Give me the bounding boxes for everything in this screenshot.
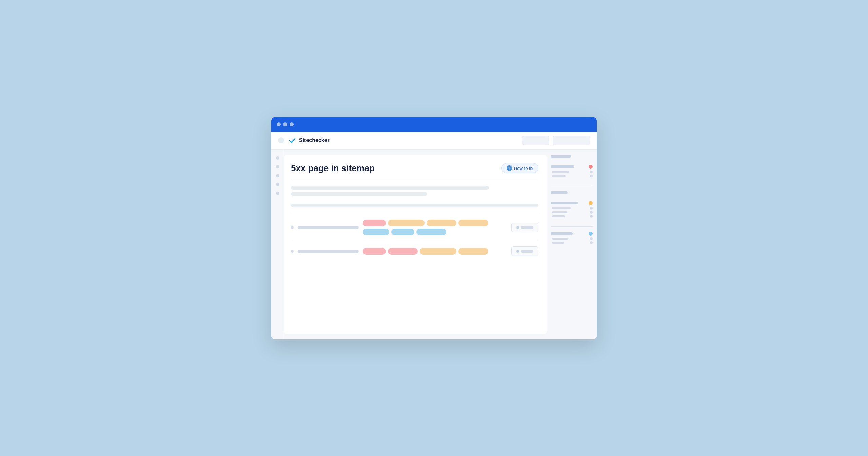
sr-sub-dot-7 <box>590 241 593 244</box>
tag-orange-1 <box>388 220 425 226</box>
logo-text: Sitechecker <box>299 137 330 143</box>
how-to-fix-label: How to fix <box>514 166 533 171</box>
desc-line-2 <box>291 192 427 196</box>
sidebar-dot-2 <box>276 165 279 168</box>
sr-group-1 <box>551 155 593 159</box>
data-table <box>291 214 538 261</box>
sr-sub-line-1 <box>552 171 569 173</box>
row-action-2[interactable] <box>511 246 538 256</box>
sr-sub-row-3 <box>551 207 593 210</box>
sr-group-5 <box>551 232 593 245</box>
sr-row-1 <box>551 155 593 158</box>
sr-sub-line-2 <box>552 175 566 177</box>
sr-divider-2 <box>551 226 593 227</box>
sr-sub-dot-3 <box>590 207 593 210</box>
tag-orange-2 <box>427 220 456 226</box>
toolbar-buttons <box>522 136 590 145</box>
table-row <box>291 214 538 241</box>
sr-sub-line-6 <box>552 238 568 240</box>
tag-pink-3 <box>388 248 418 255</box>
sr-sub-row-6 <box>551 237 593 240</box>
row-indicator <box>291 226 294 229</box>
sr-sub-row-2 <box>551 175 593 177</box>
page-title: 5xx page in sitemap <box>291 163 375 174</box>
sr-row-4 <box>551 201 593 205</box>
main-content: 5xx page in sitemap ? How to fix <box>284 155 547 334</box>
tag-blue-2 <box>391 229 414 235</box>
traffic-light-3 <box>290 122 294 126</box>
browser-body: 5xx page in sitemap ? How to fix <box>271 150 597 339</box>
sitechecker-logo-icon <box>288 136 296 144</box>
row-tags-2 <box>363 248 507 255</box>
sr-sub-line-4 <box>552 211 567 213</box>
sr-sub-row-5 <box>551 215 593 218</box>
table-row <box>291 241 538 261</box>
sidebar-left <box>271 150 284 339</box>
filter-bar <box>291 204 538 207</box>
sr-row-5 <box>551 232 593 236</box>
sr-sub-line-5 <box>552 215 565 217</box>
sr-line-4 <box>551 202 578 204</box>
desc-line-1 <box>291 186 489 190</box>
content-header: 5xx page in sitemap ? How to fix <box>291 163 538 179</box>
sr-line-1 <box>551 155 571 158</box>
action-dot-2 <box>516 250 519 253</box>
traffic-light-1 <box>277 122 281 126</box>
sr-divider-1 <box>551 186 593 186</box>
sr-sub-dot-4 <box>590 211 593 214</box>
sr-sub-line-7 <box>552 242 564 244</box>
description-lines <box>291 186 538 196</box>
browser-titlebar <box>271 117 597 132</box>
traffic-light-2 <box>283 122 287 126</box>
row-url <box>298 226 359 229</box>
sidebar-right <box>547 150 597 339</box>
row-url-2 <box>298 250 359 253</box>
sr-group-3 <box>551 191 593 196</box>
nav-back-circle <box>278 137 284 143</box>
sr-sub-dot-2 <box>590 175 593 177</box>
sr-group-2 <box>551 165 593 179</box>
row-tags <box>363 220 507 235</box>
sr-badge-red <box>589 165 593 169</box>
sr-badge-orange <box>589 201 593 205</box>
sr-sub-row-7 <box>551 241 593 244</box>
row-action[interactable] <box>511 223 538 232</box>
sidebar-dot-3 <box>276 174 279 177</box>
action-line <box>521 226 533 229</box>
sidebar-dot-4 <box>276 183 279 186</box>
sr-sub-dot-5 <box>590 215 593 218</box>
tag-orange-5 <box>458 248 488 255</box>
sr-sub-dot-1 <box>590 171 593 173</box>
sr-line-2 <box>551 165 574 168</box>
tag-pink-2 <box>363 248 386 255</box>
sr-sub-line-3 <box>552 207 571 209</box>
tag-blue-3 <box>416 229 446 235</box>
logo-area: Sitechecker <box>288 136 518 144</box>
sr-row-2 <box>551 165 593 169</box>
traffic-lights <box>277 122 294 126</box>
sr-sub-row-4 <box>551 211 593 214</box>
tag-pink-1 <box>363 220 386 226</box>
sr-line-3 <box>551 191 568 194</box>
sr-sub-row-1 <box>551 171 593 173</box>
row-indicator-2 <box>291 250 294 253</box>
browser-toolbar: Sitechecker <box>271 132 597 150</box>
tag-orange-4 <box>420 248 456 255</box>
sr-line-5 <box>551 232 573 235</box>
browser-window: Sitechecker 5xx page in sitemap ? How to… <box>271 117 597 339</box>
tag-blue-1 <box>363 229 389 235</box>
how-to-fix-icon: ? <box>507 165 512 171</box>
sidebar-dot-1 <box>276 156 279 160</box>
action-line-2 <box>521 250 533 253</box>
sr-sub-dot-6 <box>590 237 593 240</box>
sidebar-dot-5 <box>276 192 279 195</box>
toolbar-btn-1[interactable] <box>522 136 549 145</box>
how-to-fix-button[interactable]: ? How to fix <box>501 163 538 173</box>
sr-row-3 <box>551 191 593 194</box>
action-dot <box>516 226 519 229</box>
toolbar-btn-2[interactable] <box>553 136 590 145</box>
sr-group-4 <box>551 201 593 219</box>
sr-badge-blue <box>589 232 593 236</box>
tag-orange-3 <box>458 220 488 226</box>
